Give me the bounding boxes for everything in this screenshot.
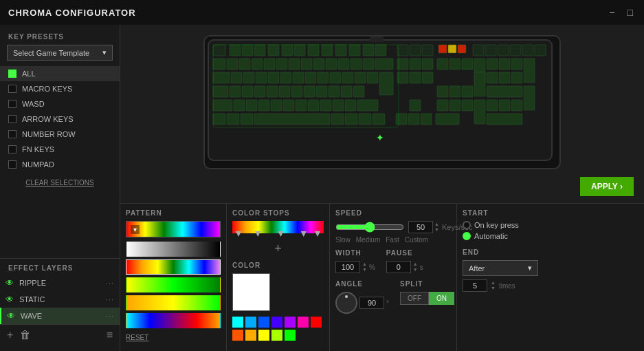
app-title: CHROMA CONFIGURATOR xyxy=(8,8,136,18)
angle-unit: ° xyxy=(386,299,389,307)
end-dropdown[interactable]: After ▾ xyxy=(463,260,538,276)
effect-layers-label: EFFECT LAYERS xyxy=(0,259,120,275)
svg-rect-45 xyxy=(462,58,473,70)
width-input[interactable] xyxy=(335,261,360,273)
color-swatch-7[interactable] xyxy=(232,330,243,341)
pause-up-arrow[interactable]: ▲ xyxy=(413,262,418,267)
times-up-arrow[interactable]: ▲ xyxy=(491,280,496,286)
pattern-dropdown[interactable]: ▾ xyxy=(126,221,221,237)
svg-rect-86 xyxy=(474,72,485,96)
key-presets-label: KEY PRESETS xyxy=(0,30,120,45)
clear-selections-link[interactable]: CLEAR SELECTIONS xyxy=(0,175,120,191)
svg-rect-119 xyxy=(421,114,432,125)
svg-rect-103 xyxy=(462,100,473,111)
color-stops-bar[interactable] xyxy=(232,221,324,233)
layer-static-menu[interactable]: ··· xyxy=(106,295,114,304)
svg-rect-55 xyxy=(280,72,291,83)
start-automatic[interactable]: Automatic xyxy=(463,232,548,240)
svg-rect-106 xyxy=(499,100,510,111)
layer-menu-button[interactable]: ≡ xyxy=(107,329,113,341)
svg-rect-12 xyxy=(363,45,374,56)
sidebar: KEY PRESETS Select Game Template ▾ ALL M… xyxy=(0,25,120,351)
pause-section: PAUSE ▲ ▼ s xyxy=(386,249,423,273)
speed-slow: Slow xyxy=(335,236,351,244)
angle-dial[interactable] xyxy=(335,292,357,314)
start-on-key-press[interactable]: On key press xyxy=(463,221,548,229)
layer-wave[interactable]: 👁 WAVE ··· xyxy=(0,308,120,324)
color-preview[interactable] xyxy=(232,273,270,311)
game-template-dropdown[interactable]: Select Game Template ▾ xyxy=(7,45,113,61)
color-swatch-11[interactable] xyxy=(285,330,296,341)
preset-arrow[interactable]: ARROW KEYS xyxy=(0,111,120,127)
apply-button[interactable]: APPLY › xyxy=(580,177,634,196)
preset-numpad[interactable]: NUMPAD xyxy=(0,157,120,172)
svg-rect-36 xyxy=(338,58,349,70)
svg-rect-16 xyxy=(422,45,433,56)
color-swatch-3[interactable] xyxy=(271,317,282,328)
pattern-swatch-3[interactable] xyxy=(126,277,221,292)
svg-rect-25 xyxy=(535,45,546,56)
preset-macro-label: MACRO KEYS xyxy=(22,85,72,93)
svg-rect-8 xyxy=(308,45,319,56)
color-swatch-6[interactable] xyxy=(311,317,322,328)
pattern-swatch-2[interactable] xyxy=(126,259,221,275)
delete-layer-button[interactable]: 🗑 xyxy=(20,329,31,341)
preset-numrow[interactable]: NUMBER ROW xyxy=(0,127,120,142)
width-down-arrow[interactable]: ▼ xyxy=(362,267,367,273)
color-swatch-4[interactable] xyxy=(285,317,296,328)
pattern-swatch-1[interactable] xyxy=(126,242,221,257)
add-layer-button[interactable]: + xyxy=(7,329,13,341)
svg-rect-24 xyxy=(522,45,533,56)
layer-wave-menu[interactable]: ··· xyxy=(106,312,114,320)
svg-rect-32 xyxy=(289,58,300,70)
preset-macro[interactable]: MACRO KEYS xyxy=(0,81,120,96)
maximize-button[interactable]: □ xyxy=(625,7,636,18)
preset-all[interactable]: ALL xyxy=(0,66,120,81)
add-color-stop-button[interactable]: + xyxy=(232,242,324,256)
svg-rect-10 xyxy=(335,45,346,56)
svg-rect-102 xyxy=(449,100,460,111)
pause-input[interactable] xyxy=(386,261,411,273)
speed-up-arrow[interactable]: ▲ xyxy=(434,222,439,227)
speed-value-input[interactable] xyxy=(408,221,433,233)
color-swatch-5[interactable] xyxy=(298,317,309,328)
pattern-swatch-4[interactable] xyxy=(126,295,221,310)
split-section: SPLIT OFF ON xyxy=(400,280,454,314)
svg-rect-82 xyxy=(353,86,364,97)
width-up-arrow[interactable]: ▲ xyxy=(362,262,367,267)
reset-link[interactable]: RESET xyxy=(126,334,148,341)
svg-rect-21 xyxy=(485,45,496,56)
speed-slider-row: ▲ ▼ Keys/sec xyxy=(335,221,451,233)
times-down-arrow[interactable]: ▼ xyxy=(491,286,496,291)
split-on-button[interactable]: ON xyxy=(429,292,454,305)
color-swatch-8[interactable] xyxy=(245,330,256,341)
color-label: COLOR xyxy=(232,262,324,269)
svg-rect-67 xyxy=(487,72,498,83)
color-swatch-2[interactable] xyxy=(258,317,269,328)
svg-rect-104 xyxy=(474,100,485,124)
color-swatch-1[interactable] xyxy=(245,317,256,328)
speed-down-arrow[interactable]: ▼ xyxy=(434,227,439,233)
color-swatch-10[interactable] xyxy=(271,330,282,341)
layer-ripple-menu[interactable]: ··· xyxy=(106,279,114,287)
pause-down-arrow[interactable]: ▼ xyxy=(413,267,418,273)
svg-rect-42 xyxy=(422,58,433,70)
speed-slider[interactable] xyxy=(335,222,404,233)
times-input[interactable] xyxy=(463,279,487,292)
color-stops-section: COLOR STOPS + COLOR xyxy=(227,204,330,351)
pattern-swatch-5[interactable] xyxy=(126,313,221,328)
color-swatch-9[interactable] xyxy=(258,330,269,341)
preset-fnkeys[interactable]: FN KEYS xyxy=(0,142,120,157)
svg-rect-14 xyxy=(397,45,408,56)
layer-static[interactable]: 👁 STATIC ··· xyxy=(0,291,120,308)
split-off-button[interactable]: OFF xyxy=(400,292,429,305)
layer-ripple[interactable]: 👁 RIPPLE ··· xyxy=(0,275,120,291)
svg-rect-69 xyxy=(511,72,522,83)
svg-rect-114 xyxy=(345,114,357,125)
angle-input[interactable] xyxy=(359,297,384,309)
preset-wasd[interactable]: WASD xyxy=(0,96,120,111)
minimize-button[interactable]: − xyxy=(606,7,617,18)
angle-section: ANGLE ° xyxy=(335,280,389,314)
svg-rect-79 xyxy=(316,86,327,97)
color-swatch-0[interactable] xyxy=(232,317,243,328)
